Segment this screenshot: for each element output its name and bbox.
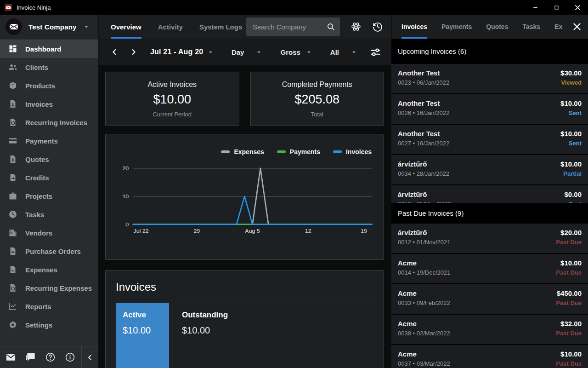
invoice-number-date: 0012 • 01/Nov/2021 xyxy=(398,239,450,246)
invoice-row[interactable]: Acme0037 • 03/Mar/2022$10.00Past Due xyxy=(391,345,588,368)
sidebar-nav: DashboardClientsProductsInvoicesRecurrin… xyxy=(0,39,98,346)
invoice-row[interactable]: Another Test0026 • 16/Jan/2022$10.00Sent xyxy=(391,94,588,124)
sidebar-item-recurring-expenses[interactable]: Recurring Expenses xyxy=(0,279,98,297)
invoice-row[interactable]: Another Test0023 • 06/Jan/2022$30.00View… xyxy=(391,64,588,93)
invoice-status: Partial xyxy=(560,170,582,177)
sidebar-item-recurring-invoices[interactable]: Recurring Invoices xyxy=(0,113,98,132)
reports-icon xyxy=(8,302,17,311)
legend-swatch xyxy=(333,150,342,153)
dashboard-icon xyxy=(8,44,17,53)
invoice-row[interactable]: árvíztűrő0052 • 25/May/2022$0.00Sent xyxy=(391,185,588,203)
sidebar-item-expenses[interactable]: Expenses xyxy=(0,260,98,279)
svg-text:20: 20 xyxy=(122,165,129,171)
close-window-button[interactable] xyxy=(567,0,588,15)
svg-text:Jul 22: Jul 22 xyxy=(134,228,149,234)
sidebar-item-dashboard[interactable]: Dashboard xyxy=(0,40,98,58)
atom-icon[interactable] xyxy=(351,21,362,32)
tasks-icon xyxy=(8,210,17,219)
email-icon[interactable] xyxy=(6,352,16,362)
sidebar-item-tasks[interactable]: Tasks xyxy=(0,205,98,224)
invoice-row[interactable]: árvíztűrő0012 • 01/Nov/2021$20.00Past Du… xyxy=(391,224,588,253)
sidebar-item-products[interactable]: Products xyxy=(0,76,98,95)
invoice-client: árvíztűrő xyxy=(398,190,451,198)
previous-period-button[interactable] xyxy=(110,47,119,57)
invoice-row[interactable]: Acme0033 • 09/Feb/2022$450.00Past Due xyxy=(391,284,588,314)
panel-tab-ex[interactable]: Ex xyxy=(554,15,562,39)
info-icon[interactable] xyxy=(65,352,75,362)
sidebar-item-purchase-orders[interactable]: Purchase Orders xyxy=(0,242,98,260)
chat-icon[interactable] xyxy=(25,352,36,362)
filter-dropdown[interactable]: All xyxy=(330,48,358,56)
sidebar-item-projects[interactable]: Projects xyxy=(0,187,98,205)
sidebar-item-label: Clients xyxy=(25,63,48,71)
clients-icon xyxy=(8,63,17,72)
quotes-icon xyxy=(8,155,17,164)
tab-activity[interactable]: Activity xyxy=(158,15,183,39)
company-avatar xyxy=(6,18,22,35)
dashboard-chart: 01020Jul 2229Aug 51219 xyxy=(112,158,375,248)
active-invoices-tile[interactable]: Active $10.00 xyxy=(116,303,169,368)
window-title: Invoice Ninja xyxy=(17,4,51,11)
sidebar-item-label: Reports xyxy=(25,303,51,310)
minimize-button[interactable] xyxy=(525,0,546,15)
recurring-expenses-icon xyxy=(8,283,17,293)
outstanding-invoices-tile[interactable]: Outstanding $10.00 xyxy=(169,303,228,368)
sidebar-item-quotes[interactable]: Quotes xyxy=(0,150,98,168)
panel-tab-invoices[interactable]: Invoices xyxy=(401,15,427,39)
settings-icon xyxy=(8,320,17,329)
search-icon xyxy=(326,22,335,31)
collapse-sidebar-button[interactable] xyxy=(82,353,98,362)
invoice-row[interactable]: Acme0014 • 19/Dec/2021$10.00Past Due xyxy=(391,254,588,283)
invoice-row[interactable]: Another Test0027 • 16/Jan/2022$10.00Sent xyxy=(391,125,588,154)
search-input[interactable] xyxy=(253,23,326,31)
invoice-number-date: 0027 • 16/Jan/2022 xyxy=(398,140,449,147)
right-panel: InvoicesPaymentsQuotesTasksEx Upcoming I… xyxy=(391,15,588,368)
date-range-label[interactable]: Jul 21 - Aug 20 xyxy=(150,48,203,56)
card-title: Active Invoices xyxy=(147,80,197,89)
next-period-button[interactable] xyxy=(129,47,138,57)
chevron-left-icon xyxy=(86,353,94,362)
sidebar-item-invoices[interactable]: Invoices xyxy=(0,95,98,113)
invoice-client: Acme xyxy=(398,320,450,328)
group-by-dropdown[interactable]: Day xyxy=(232,48,263,56)
sidebar-item-vendors[interactable]: Vendors xyxy=(0,224,98,242)
invoice-amount: $30.00 xyxy=(560,69,582,77)
sidebar-item-label: Recurring Expenses xyxy=(25,284,92,292)
sidebar-item-clients[interactable]: Clients xyxy=(0,58,98,76)
panel-tab-quotes[interactable]: Quotes xyxy=(486,15,508,39)
products-icon xyxy=(8,81,17,90)
legend-item-payments[interactable]: Payments xyxy=(277,147,320,156)
history-icon[interactable] xyxy=(372,21,383,32)
section-header-past-due-invoices-9: Past Due Invoices (9) xyxy=(391,203,588,224)
company-selector[interactable]: Test Company xyxy=(0,15,98,39)
invoice-row[interactable]: Acme0038 • 02/Mar/2022$32.00Past Due xyxy=(391,315,588,344)
sidebar-item-payments[interactable]: Payments xyxy=(0,132,98,150)
panel-tab-tasks[interactable]: Tasks xyxy=(522,15,540,39)
tile-label: Active xyxy=(123,310,169,320)
invoice-amount: $0.00 xyxy=(564,190,582,198)
panel-tab-payments[interactable]: Payments xyxy=(441,15,472,39)
legend-item-invoices[interactable]: Invoices xyxy=(333,147,372,156)
close-panel-button[interactable] xyxy=(571,21,582,32)
amount-type-dropdown[interactable]: Gross xyxy=(280,48,312,56)
invoice-number-date: 0038 • 02/Mar/2022 xyxy=(398,330,450,337)
tile-value: $10.00 xyxy=(182,325,228,336)
legend-item-expenses[interactable]: Expenses xyxy=(221,147,264,156)
sidebar-item-reports[interactable]: Reports xyxy=(0,297,98,316)
company-search[interactable] xyxy=(246,17,340,36)
settings-sliders-icon[interactable] xyxy=(370,46,381,58)
help-icon[interactable] xyxy=(45,352,56,362)
sidebar-item-credits[interactable]: Credits xyxy=(0,168,98,187)
chevron-down-icon xyxy=(305,48,313,56)
invoice-status: Sent xyxy=(560,109,582,116)
maximize-button[interactable] xyxy=(546,0,567,15)
tab-overview[interactable]: Overview xyxy=(111,15,141,39)
group-by-value: Day xyxy=(232,48,244,56)
sidebar-item-settings[interactable]: Settings xyxy=(0,316,98,334)
amount-type-value: Gross xyxy=(280,48,300,56)
tab-system-logs[interactable]: System Logs xyxy=(199,15,242,39)
chart-legend: ExpensesPaymentsInvoices xyxy=(112,141,375,156)
purchase-orders-icon xyxy=(8,247,17,256)
invoice-row[interactable]: árvíztűrő0034 • 28/Jan/2022$10.00Partial xyxy=(391,155,588,184)
card-value: $205.08 xyxy=(294,92,339,107)
